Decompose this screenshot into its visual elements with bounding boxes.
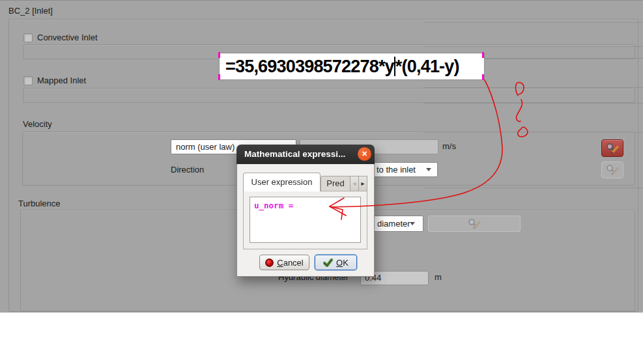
tab-scroll-left-icon[interactable]: ◂ [350, 176, 359, 191]
tab-pane: u_norm = [243, 191, 367, 249]
velocity-section-label: Velocity [23, 119, 52, 129]
velocity-norm-value: norm (user law) [171, 140, 235, 154]
selection-handle[interactable] [218, 74, 220, 80]
convective-inlet-checkbox[interactable] [23, 33, 33, 42]
tab-user-expression[interactable]: User expression [243, 173, 321, 191]
dialog-title: Mathematical expressi... [244, 145, 345, 164]
chevron-down-icon [426, 168, 431, 171]
direction-label: Direction [171, 165, 204, 175]
expression-text: u_norm = [254, 201, 293, 210]
velocity-unit-label: m/s [442, 141, 456, 151]
dialog-titlebar[interactable]: Mathematical expressi... ✕ [236, 145, 375, 164]
selection-handle[interactable] [482, 74, 484, 80]
velocity-formula-edit-button[interactable] [601, 139, 623, 157]
mapped-inlet-frame [23, 88, 635, 103]
tab-predefined[interactable]: Pred [321, 176, 350, 191]
ok-check-icon [323, 259, 333, 267]
direction-formula-edit-button[interactable] [601, 161, 623, 178]
hydraulic-diameter-unit-label: m [435, 272, 442, 282]
math-expression-dialog: Mathematical expressi... ✕ User expressi… [236, 145, 375, 277]
cancel-button[interactable]: Cancel [259, 255, 309, 270]
turbulence-formula-edit-button[interactable] [428, 216, 521, 232]
cancel-icon [265, 259, 274, 267]
page-title: BC_2 [Inlet] [8, 6, 53, 16]
formula-editor-icon [606, 164, 620, 176]
selection-handle[interactable] [482, 52, 484, 58]
formula-editor-icon [468, 218, 481, 230]
formula-text-after-caret: *(0,41-y) [395, 57, 459, 76]
convective-inlet-label: Convective Inlet [37, 33, 98, 42]
expression-textarea[interactable]: u_norm = [250, 197, 361, 243]
cancel-label: Cancel [277, 258, 303, 268]
mapped-inlet-checkbox[interactable] [23, 76, 33, 85]
selection-handle[interactable] [218, 52, 220, 58]
close-icon[interactable]: ✕ [358, 147, 371, 161]
tab-scroll-right-icon[interactable]: ▸ [358, 176, 367, 191]
formula-edit-overlay[interactable]: =35,6930398572278*y*(0,41-y) [219, 53, 485, 80]
mapped-inlet-label: Mapped Inlet [37, 76, 86, 85]
turbulence-section-label: Turbulence [18, 199, 61, 208]
screen: BC_2 [Inlet] Convective Inlet Mapped Inl… [0, 0, 643, 364]
chevron-down-icon [410, 222, 415, 225]
formula-text-before-caret: =35,6930398572278*y [225, 57, 394, 76]
formula-editor-icon [606, 143, 620, 154]
ok-button[interactable]: OK [315, 255, 357, 270]
ok-label: OK [336, 258, 349, 268]
